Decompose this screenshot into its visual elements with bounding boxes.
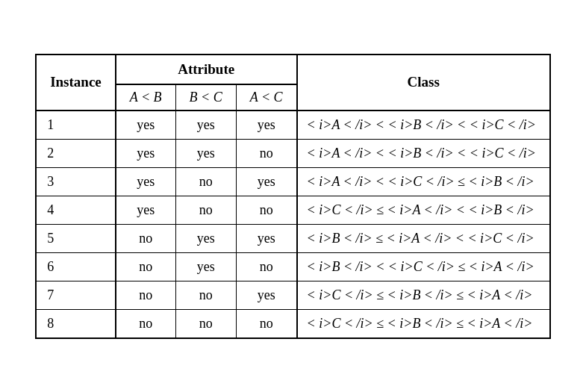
table-row: 6noyesno< i>B < /i> < < i>C < /i> ≤ < i>… — [36, 252, 550, 281]
cell-instance-6: 6 — [36, 252, 116, 281]
cell-ac-2: no — [236, 139, 296, 167]
cell-bc-4: no — [175, 196, 236, 224]
cell-instance-1: 1 — [36, 111, 116, 140]
table-row: 5noyesyes< i>B < /i> ≤ < i>A < /i> < < i… — [36, 224, 550, 252]
cell-class-7: < i>C < /i> ≤ < i>B < /i> ≤ < i>A < /i> — [297, 281, 550, 309]
cell-instance-5: 5 — [36, 224, 116, 252]
cell-ab-7: no — [116, 281, 175, 309]
table-row: 1yesyesyes< i>A < /i> < < i>B < /i> < < … — [36, 111, 550, 140]
cell-instance-4: 4 — [36, 196, 116, 224]
cell-class-1: < i>A < /i> < < i>B < /i> < < i>C < /i> — [297, 111, 550, 140]
cell-class-4: < i>C < /i> ≤ < i>A < /i> < < i>B < /i> — [297, 196, 550, 224]
cell-class-2: < i>A < /i> < < i>B < /i> < < i>C < /i> — [297, 139, 550, 167]
col-header-instance: Instance — [36, 55, 116, 111]
cell-bc-8: no — [175, 309, 236, 338]
cell-bc-6: yes — [175, 252, 236, 281]
cell-ac-6: no — [236, 252, 296, 281]
cell-ab-5: no — [116, 224, 175, 252]
cell-class-8: < i>C < /i> ≤ < i>B < /i> ≤ < i>A < /i> — [297, 309, 550, 338]
cell-ab-4: yes — [116, 196, 175, 224]
cell-class-6: < i>B < /i> < < i>C < /i> ≤ < i>A < /i> — [297, 252, 550, 281]
subheader-ab: A < B — [116, 84, 175, 111]
cell-class-5: < i>B < /i> ≤ < i>A < /i> < < i>C < /i> — [297, 224, 550, 252]
cell-ab-2: yes — [116, 139, 175, 167]
cell-bc-1: yes — [175, 111, 236, 140]
table-row: 3yesnoyes< i>A < /i> < < i>C < /i> ≤ < i… — [36, 167, 550, 196]
cell-ab-3: yes — [116, 167, 175, 196]
cell-ac-7: yes — [236, 281, 296, 309]
cell-ac-1: yes — [236, 111, 296, 140]
cell-ab-8: no — [116, 309, 175, 338]
cell-instance-3: 3 — [36, 167, 116, 196]
cell-bc-2: yes — [175, 139, 236, 167]
table-body: 1yesyesyes< i>A < /i> < < i>B < /i> < < … — [36, 111, 550, 338]
subheader-ac: A < C — [236, 84, 296, 111]
col-header-class: Class — [297, 55, 550, 111]
cell-instance-7: 7 — [36, 281, 116, 309]
subheader-bc: B < C — [175, 84, 236, 111]
cell-class-3: < i>A < /i> < < i>C < /i> ≤ < i>B < /i> — [297, 167, 550, 196]
cell-bc-7: no — [175, 281, 236, 309]
table-row: 8nonono< i>C < /i> ≤ < i>B < /i> ≤ < i>A… — [36, 309, 550, 338]
cell-ac-3: yes — [236, 167, 296, 196]
cell-ac-5: yes — [236, 224, 296, 252]
cell-instance-2: 2 — [36, 139, 116, 167]
header-row: Instance Attribute Class — [36, 55, 550, 84]
table-row: 7nonoyes< i>C < /i> ≤ < i>B < /i> ≤ < i>… — [36, 281, 550, 309]
main-table-container: Instance Attribute Class A < B B < C A <… — [35, 54, 551, 339]
cell-bc-3: no — [175, 167, 236, 196]
table-row: 2yesyesno< i>A < /i> < < i>B < /i> < < i… — [36, 139, 550, 167]
col-header-attribute: Attribute — [116, 55, 297, 84]
cell-ab-6: no — [116, 252, 175, 281]
cell-ac-8: no — [236, 309, 296, 338]
cell-instance-8: 8 — [36, 309, 116, 338]
data-table: Instance Attribute Class A < B B < C A <… — [35, 54, 551, 339]
cell-ac-4: no — [236, 196, 296, 224]
cell-bc-5: yes — [175, 224, 236, 252]
table-row: 4yesnono< i>C < /i> ≤ < i>A < /i> < < i>… — [36, 196, 550, 224]
cell-ab-1: yes — [116, 111, 175, 140]
